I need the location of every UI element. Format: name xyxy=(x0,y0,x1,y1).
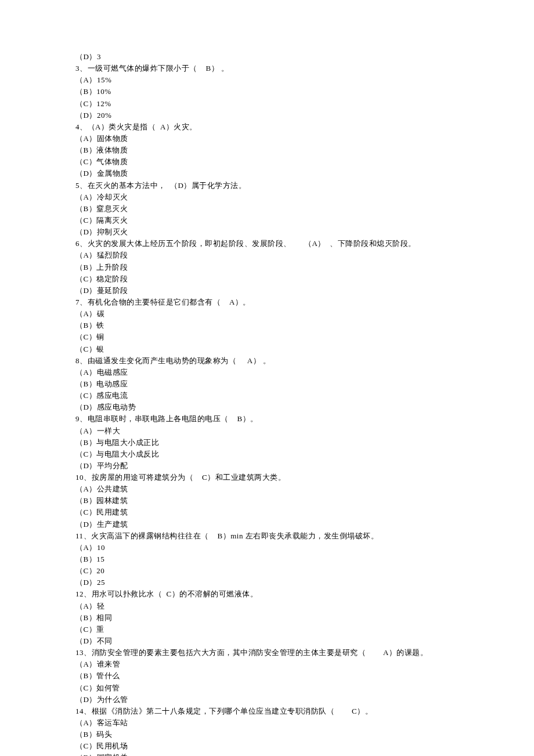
text-line: （B）铁 xyxy=(75,320,459,331)
text-line: 13、消防安全管理的要素主要包括六大方面，其中消防安全管理的主体主要是研究（ A… xyxy=(75,647,459,659)
text-line: （A）10 xyxy=(75,542,459,554)
text-line: （C）稳定阶段 xyxy=(75,273,459,285)
text-line: （C）民用机场 xyxy=(75,740,459,752)
text-line: （B）10% xyxy=(75,86,459,97)
text-line: （B）窒息灭火 xyxy=(75,203,459,215)
text-line: （D）国家机关 xyxy=(75,752,459,756)
text-line: （B）液体物质 xyxy=(75,144,459,156)
text-line: （D）3 xyxy=(75,51,459,63)
text-line: （A）冷却灭火 xyxy=(75,191,459,203)
text-line: 5、在灭火的基本方法中， （D）属于化学方法。 xyxy=(75,180,459,191)
text-line: （C）感应电流 xyxy=(75,390,459,401)
text-line: （D）不同 xyxy=(75,635,459,647)
text-line: （B）与电阻大小成正比 xyxy=(75,437,459,448)
text-line: （D）为什么管 xyxy=(75,694,459,706)
text-line: （D）生产建筑 xyxy=(75,519,459,530)
text-line: 11、火灾高温下的裸露钢结构往往在（ B）min 左右即丧失承载能力，发生倒塌破… xyxy=(75,530,459,542)
text-line: （D）25 xyxy=(75,577,459,588)
text-line: （C）12% xyxy=(75,98,459,110)
text-line: 6、火灾的发展大体上经历五个阶段，即初起阶段、发展阶段、 （A） 、下降阶段和熄… xyxy=(75,238,459,249)
text-line: （C）20 xyxy=(75,565,459,577)
text-line: （C）与电阻大小成反比 xyxy=(75,448,459,460)
text-line: （B）上升阶段 xyxy=(75,262,459,273)
text-line: （A）谁来管 xyxy=(75,659,459,670)
text-line: 9、电阻串联时，串联电路上各电阻的电压（ B）。 xyxy=(75,413,459,425)
text-line: （A）公共建筑 xyxy=(75,483,459,495)
text-line: （C）重 xyxy=(75,624,459,635)
text-line: 4、（A）类火灾是指（ A）火灾。 xyxy=(75,121,459,133)
text-line: （A）客运车站 xyxy=(75,717,459,729)
text-line: （A）15% xyxy=(75,74,459,86)
text-line: （D）金属物质 xyxy=(75,168,459,179)
text-line: （C）银 xyxy=(75,343,459,355)
text-line: （C）气体物质 xyxy=(75,156,459,168)
text-line: 14、根据《消防法》第二十八条规定，下列哪个单位应当建立专职消防队（ C）。 xyxy=(75,706,459,717)
text-line: （A）猛烈阶段 xyxy=(75,249,459,261)
text-line: 7、有机化合物的主要特征是它们都含有（ A）。 xyxy=(75,296,459,308)
text-line: 8、由磁通发生变化而产生电动势的现象称为（ A） 。 xyxy=(75,355,459,367)
text-line: （A）电磁感应 xyxy=(75,367,459,378)
text-line: 12、用水可以扑救比水（ C）的不溶解的可燃液体。 xyxy=(75,588,459,600)
text-line: （A）轻 xyxy=(75,601,459,612)
text-line: （A）固体物质 xyxy=(75,133,459,144)
text-line: （B）管什么 xyxy=(75,670,459,682)
text-line: （C）如何管 xyxy=(75,682,459,694)
text-line: （B）码头 xyxy=(75,729,459,740)
document-page: （D）33、一级可燃气体的爆炸下限小于（ B） 。（A）15%（B）10%（C）… xyxy=(0,0,534,756)
text-line: （D）蔓延阶段 xyxy=(75,285,459,296)
text-line: （B）相同 xyxy=(75,612,459,624)
text-line: 10、按房屋的用途可将建筑分为（ C）和工业建筑两大类。 xyxy=(75,472,459,483)
text-line: （A）碳 xyxy=(75,308,459,320)
text-line: （A）一样大 xyxy=(75,425,459,437)
text-line: （B）园林建筑 xyxy=(75,495,459,507)
text-line: （D）抑制灭火 xyxy=(75,226,459,238)
text-line: （B）电动感应 xyxy=(75,378,459,390)
text-line: （C）隔离灭火 xyxy=(75,215,459,226)
text-line: （D）平均分配 xyxy=(75,460,459,472)
text-line: （B）15 xyxy=(75,554,459,565)
text-line: （C）铜 xyxy=(75,331,459,343)
text-line: （C）民用建筑 xyxy=(75,507,459,518)
text-line: （D）20% xyxy=(75,110,459,121)
text-line: 3、一级可燃气体的爆炸下限小于（ B） 。 xyxy=(75,63,459,74)
text-line: （D）感应电动势 xyxy=(75,401,459,413)
